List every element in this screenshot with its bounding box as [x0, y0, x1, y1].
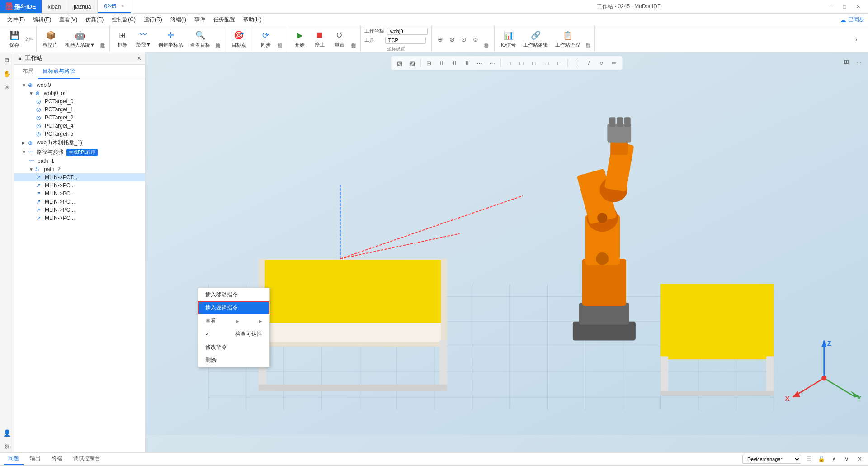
bottom-right-controls: Devicemanager ☰ 🔓 ∧ ∨ ✕: [742, 454, 864, 464]
save-button[interactable]: 💾 保存: [5, 28, 24, 51]
device-selector[interactable]: Devicemanager: [742, 455, 801, 464]
robot-system-button[interactable]: 🤖 机器人系统▼: [61, 28, 99, 51]
bottom-close-icon[interactable]: ✕: [854, 454, 864, 464]
titlebar: 墨 墨斗IDE xipan jiazhua 0245 ✕ 工作站 - 0245 …: [0, 0, 868, 14]
toolbar-expand-button[interactable]: ›: [846, 28, 866, 51]
ctx-view[interactable]: 查看 ▶: [198, 314, 269, 328]
tree-node-wobj0-of[interactable]: ▼ ⊕ wobj0_of: [14, 89, 145, 97]
tree-node-pctarget1[interactable]: ◎ PCTarget_1: [14, 105, 145, 114]
bottom-tab-output[interactable]: 输出: [25, 453, 45, 465]
path-button[interactable]: 〰 路径▼: [132, 28, 155, 51]
menu-run[interactable]: 运行(R): [140, 15, 166, 24]
minimize-button[interactable]: ─: [825, 2, 837, 12]
free-move-btn4[interactable]: ⊚: [471, 34, 481, 44]
free-move-btn3[interactable]: ⊙: [459, 34, 469, 44]
ctx-check-reachability[interactable]: ✓ 检查可达性: [198, 328, 269, 341]
svg-rect-47: [624, 117, 631, 127]
tree-node-mlin4[interactable]: ↗ MLIN->PC...: [14, 198, 145, 206]
bottom-up-icon[interactable]: ∧: [829, 454, 839, 464]
model-library-button[interactable]: 📦 模型库: [39, 28, 61, 51]
menu-file[interactable]: 文件(F): [4, 15, 28, 24]
close-button[interactable]: ✕: [852, 2, 864, 12]
tree-node-path1[interactable]: 〰 path_1: [14, 157, 145, 165]
frame-button[interactable]: ⊞ 框架: [113, 28, 132, 51]
tree-node-mlin6[interactable]: ↗ MLIN->PC...: [14, 214, 145, 222]
restore-button[interactable]: □: [838, 2, 851, 12]
tree-node-pctarget4[interactable]: ◎ PCTarget_4: [14, 122, 145, 130]
wobj1-icon: ⊕: [28, 140, 35, 146]
reset-button[interactable]: ↺ 重置: [330, 28, 349, 51]
tree-node-pctarget2[interactable]: ◎ PCTarget_2: [14, 114, 145, 122]
start-button[interactable]: ▶ 开始: [290, 28, 310, 51]
tree-toggle-wobj0-of[interactable]: ▼: [29, 91, 35, 96]
svg-text:Y: Y: [857, 395, 861, 402]
bottom-tab-debug[interactable]: 调试控制台: [69, 453, 105, 465]
ctx-insert-move[interactable]: 插入移动指令: [198, 288, 269, 301]
menu-view[interactable]: 查看(V): [56, 15, 81, 24]
check-icon: ✓: [205, 331, 212, 337]
bottom-down-icon[interactable]: ∨: [842, 454, 852, 464]
tab-layout[interactable]: 布局: [18, 65, 38, 79]
menu-sim[interactable]: 仿真(E): [82, 15, 107, 24]
free-move-btn2[interactable]: ⊗: [447, 34, 457, 44]
tree-node-wobj0[interactable]: ▼ ⊕ wobj0: [14, 81, 145, 89]
tree-node-wobj1[interactable]: ▶ ⊕ wobj1(木制托盘_1): [14, 138, 145, 147]
tree-node-pctarget5[interactable]: ◎ PCTarget_5: [14, 130, 145, 138]
tab-xipan[interactable]: xipan: [42, 0, 68, 13]
mlin6-label: MLIN->PC...: [45, 215, 75, 221]
menu-task-config[interactable]: 任务配置: [210, 15, 239, 24]
ctx-delete[interactable]: 删除: [198, 354, 269, 367]
left-panel: ≡ 工作站 ✕ 布局 目标点与路径 ▼ ⊕ wobj0 ▼ ⊕ wobj0_of: [14, 52, 146, 452]
generate-rpl-badge[interactable]: 生成RPL程序: [66, 149, 98, 156]
bottom-list-icon[interactable]: ☰: [804, 454, 814, 464]
menu-controller[interactable]: 控制器(C): [108, 15, 139, 24]
tree-node-mlin3[interactable]: ↗ MLIN->PC...: [14, 190, 145, 198]
tab-jiazhua[interactable]: jiazhua: [67, 0, 98, 13]
station-logic-button[interactable]: 🔗 工作站逻辑: [519, 28, 552, 51]
tree-toggle-paths[interactable]: ▼: [22, 150, 28, 155]
menu-terminal[interactable]: 终端(I): [167, 15, 190, 24]
station-flow-button[interactable]: 📋 工作站流程: [552, 28, 584, 51]
ctx-insert-logic[interactable]: 插入逻辑指令: [198, 301, 269, 314]
tab-targets-paths[interactable]: 目标点与路径: [38, 65, 80, 79]
tree-node-path2[interactable]: ▼ S path_2: [14, 165, 145, 173]
panel-close-button[interactable]: ✕: [137, 55, 142, 62]
target-point-button[interactable]: 🎯 目标点: [228, 28, 250, 51]
sidebar-robot-icon[interactable]: ✳: [1, 81, 13, 93]
menu-help[interactable]: 帮助(H): [240, 15, 265, 24]
tree-node-pctarget0[interactable]: ◎ PCTarget_0: [14, 97, 145, 105]
free-move-btn1[interactable]: ⊕: [435, 34, 445, 44]
view-target-button[interactable]: 🔍 查看目标: [187, 28, 214, 51]
tree-node-paths[interactable]: ▼ 〰 路径与步骤 生成RPL程序: [14, 147, 145, 157]
tree-toggle-wobj1[interactable]: ▶: [22, 140, 28, 145]
stop-button[interactable]: ⏹ 停止: [310, 28, 330, 51]
toolbar-expand-icon: ›: [855, 37, 857, 42]
tab-close-0245[interactable]: ✕: [121, 4, 124, 9]
io-signal-button[interactable]: 📊 IO信号: [497, 28, 520, 51]
tree-node-mlin5[interactable]: ↗ MLIN->PC...: [14, 206, 145, 214]
pctarget1-icon: ◎: [36, 106, 43, 113]
sidebar-copy-icon[interactable]: ⧉: [1, 54, 13, 66]
bottom-lock-icon[interactable]: 🔓: [816, 454, 826, 464]
sync-button[interactable]: ⟳ 同步: [256, 28, 276, 51]
tab-bar: xipan jiazhua 0245 ✕: [42, 0, 433, 13]
tree-node-mlin2[interactable]: ↗ MLIN->PC...: [14, 181, 145, 190]
sidebar-user-icon[interactable]: 👤: [1, 427, 13, 439]
ctx-modify-instruction[interactable]: 修改指令: [198, 341, 269, 354]
tab-0245[interactable]: 0245 ✕: [98, 0, 131, 13]
bottom-tab-problems[interactable]: 问题: [4, 453, 24, 465]
workobj-input[interactable]: [387, 28, 428, 35]
menu-event[interactable]: 事件: [191, 15, 209, 24]
3d-viewport[interactable]: ▧ ▨ ⊞ ⁞⁞ ⁞⁞ ⁞⁞ ⋯ ⋯ □ □ □ □ □ | / ○ ✏ ⊞ ·…: [146, 52, 868, 452]
sidebar-settings-icon[interactable]: ⚙: [1, 441, 13, 452]
bottom-tab-terminal[interactable]: 终端: [47, 453, 67, 465]
tree-toggle-path2[interactable]: ▼: [29, 167, 35, 172]
sidebar-pan-icon[interactable]: ✋: [1, 68, 13, 80]
menu-edit[interactable]: 编辑(E): [29, 15, 55, 24]
tool-input[interactable]: [385, 37, 426, 44]
create-coord-button[interactable]: ✛ 创建坐标系: [155, 28, 187, 51]
tree-node-mlin1[interactable]: ↗ MLIN->PCT...: [14, 173, 145, 181]
app-logo: 墨 墨斗IDE: [0, 0, 42, 13]
tree-toggle-wobj0[interactable]: ▼: [22, 83, 28, 88]
toolbar-group-path: ⊞ 框架 〰 路径▼ ✛ 创建坐标系 🔍 查看目标 路径编辑: [110, 26, 225, 52]
